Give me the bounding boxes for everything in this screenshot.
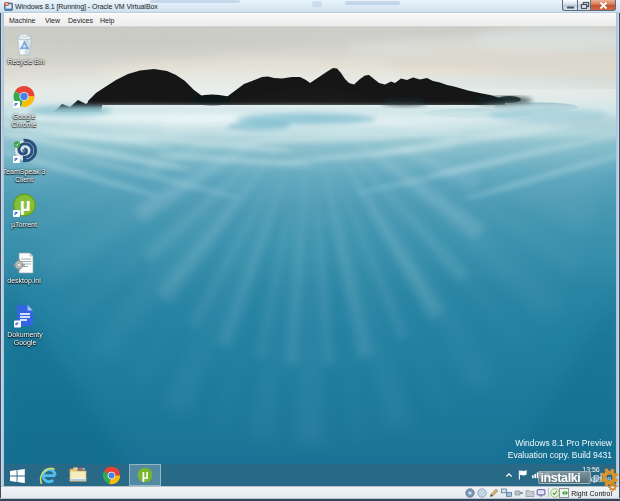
svg-text:µ: µ: [142, 468, 149, 482]
svg-text:µ: µ: [20, 194, 31, 215]
